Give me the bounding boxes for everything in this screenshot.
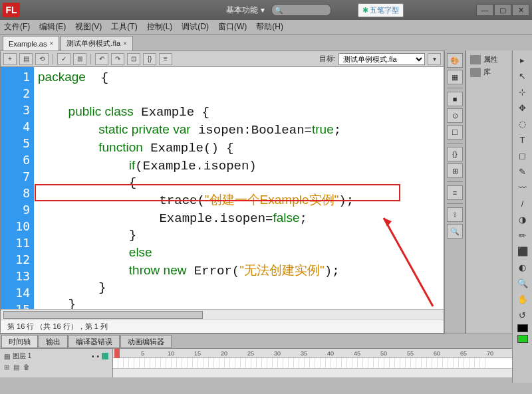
editor-area: + ▤ ⟲ ✓ ⊞ ↶ ↷ ⊡ {} ≡ 目标: 测试单例模式.fla ▾ 12… bbox=[0, 50, 444, 334]
bottom-tab[interactable]: 动画编辑器 bbox=[120, 335, 172, 348]
tool-icon[interactable]: ▤ bbox=[19, 53, 33, 65]
target-select[interactable]: 测试单例模式.fla bbox=[338, 53, 425, 65]
menu-item[interactable]: 工具(T) bbox=[111, 21, 137, 33]
bottom-tab[interactable]: 编译器错误 bbox=[68, 335, 120, 348]
panel-button[interactable]: 属性 bbox=[467, 53, 509, 66]
horizontal-scrollbar[interactable] bbox=[1, 309, 444, 320]
playhead[interactable] bbox=[114, 349, 120, 358]
panel-icon[interactable]: ⊞ bbox=[447, 163, 463, 178]
tool-button[interactable]: / bbox=[516, 197, 529, 210]
tool-icon[interactable]: {} bbox=[143, 53, 156, 65]
menu-item[interactable]: 窗口(W) bbox=[218, 21, 247, 33]
panel-icon[interactable]: ≡ bbox=[447, 185, 463, 200]
tool-icon[interactable]: ⊞ bbox=[73, 53, 86, 65]
right-panel: 属性库 bbox=[466, 50, 511, 334]
tool-icon[interactable]: + bbox=[3, 53, 17, 65]
panel-icon bbox=[470, 55, 481, 64]
tool-button[interactable]: ✏ bbox=[516, 229, 529, 242]
timeline-track[interactable] bbox=[113, 358, 532, 369]
panel-icon[interactable]: ☐ bbox=[447, 125, 463, 140]
layer-icon: ▤ bbox=[4, 353, 10, 360]
menu-item[interactable]: 帮助(H) bbox=[256, 21, 283, 33]
search-field[interactable]: 🔍 bbox=[271, 4, 331, 16]
tool-button[interactable]: ◑ bbox=[516, 213, 529, 226]
minimize-button[interactable]: — bbox=[476, 4, 493, 16]
titlebar: FL 基本功能▾ 🔍 ✱五笔字型 — ▢ ✕ bbox=[0, 0, 532, 20]
window-buttons: — ▢ ✕ bbox=[476, 4, 529, 16]
search-icon: 🔍 bbox=[275, 7, 283, 14]
tool-button[interactable]: ↖ bbox=[516, 69, 529, 82]
panel-icon[interactable]: {} bbox=[447, 147, 463, 161]
tool-icon[interactable]: ▾ bbox=[428, 53, 441, 65]
close-icon[interactable]: × bbox=[123, 40, 127, 47]
tool-icon[interactable]: ↷ bbox=[111, 53, 124, 65]
bottom-tab[interactable]: 输出 bbox=[39, 335, 68, 348]
panel-icon[interactable]: ▦ bbox=[447, 70, 463, 84]
tool-button[interactable]: ◐ bbox=[516, 260, 529, 274]
tool-icon[interactable]: ⟲ bbox=[35, 53, 49, 65]
panel-icon[interactable]: ⟟ bbox=[447, 207, 463, 222]
timeline-panel: ▤ 图层 1 •• ⊞▤🗑 15101520253035404550556065… bbox=[0, 348, 532, 377]
close-icon[interactable]: × bbox=[49, 40, 53, 47]
layer-row[interactable]: ▤ 图层 1 •• bbox=[1, 350, 111, 362]
menu-item[interactable]: 文件(F) bbox=[4, 21, 30, 33]
line-gutter: 12345678910111213141516 bbox=[1, 67, 34, 309]
bottom-tab[interactable]: 时间轴 bbox=[1, 335, 38, 348]
fill-color[interactable] bbox=[517, 335, 528, 343]
tool-icon[interactable]: ≡ bbox=[159, 53, 172, 65]
tool-button[interactable]: ↺ bbox=[516, 308, 529, 322]
ime-icon: ✱ bbox=[362, 6, 368, 15]
tool-button[interactable]: ⬛ bbox=[516, 245, 529, 258]
tool-button[interactable]: T bbox=[516, 133, 529, 146]
tool-button[interactable]: ▸ bbox=[516, 53, 529, 66]
close-button[interactable]: ✕ bbox=[512, 4, 529, 16]
menu-item[interactable]: 调试(D) bbox=[182, 21, 209, 33]
tool-button[interactable]: ✎ bbox=[516, 165, 529, 178]
app-logo: FL bbox=[3, 3, 20, 17]
panel-button[interactable]: 库 bbox=[467, 66, 509, 78]
code-text[interactable]: package { public class Example { static … bbox=[34, 67, 444, 309]
ime-badge[interactable]: ✱五笔字型 bbox=[358, 3, 404, 17]
tool-button[interactable]: 〰 bbox=[516, 181, 529, 194]
tool-button[interactable]: ⊹ bbox=[516, 85, 529, 98]
timeline-layers: ▤ 图层 1 •• ⊞▤🗑 bbox=[0, 349, 113, 377]
panel-icon bbox=[470, 68, 481, 77]
tools-panel: ▸↖⊹✥◌T◻✎〰/◑✏⬛◐🔍✋↺ bbox=[512, 50, 532, 383]
code-pane[interactable]: 12345678910111213141516 package { public… bbox=[1, 67, 444, 309]
target-label: 目标: bbox=[319, 54, 336, 64]
tool-button[interactable]: ✋ bbox=[516, 292, 529, 306]
panel-icon[interactable]: ⊙ bbox=[447, 108, 463, 123]
maximize-button[interactable]: ▢ bbox=[494, 4, 511, 16]
tool-icon[interactable]: ↶ bbox=[95, 53, 108, 65]
status-bar: 第 16 行 （共 16 行），第 1 列 bbox=[1, 320, 444, 333]
tool-button[interactable]: ✥ bbox=[516, 101, 529, 114]
menu-item[interactable]: 编辑(E) bbox=[39, 21, 66, 33]
tool-button[interactable]: 🔍 bbox=[516, 276, 529, 290]
timeline-track-area[interactable]: 1510152025303540455055606570 bbox=[113, 349, 532, 377]
tool-button[interactable]: ◻ bbox=[516, 149, 529, 162]
menu-item[interactable]: 控制(L) bbox=[147, 21, 173, 33]
workspace-dropdown[interactable]: 基本功能▾ bbox=[226, 5, 265, 16]
stroke-color[interactable] bbox=[517, 324, 528, 332]
panel-icon[interactable]: 🔍 bbox=[447, 224, 463, 239]
tool-icon[interactable]: ⊡ bbox=[127, 53, 140, 65]
mid-tool-panel: 🎨▦■⊙☐{}⊞≡⟟🔍 bbox=[444, 50, 466, 334]
document-tab[interactable]: Example.as× bbox=[3, 36, 59, 50]
timeline-ruler: 1510152025303540455055606570 bbox=[113, 349, 532, 358]
panel-icon[interactable]: ■ bbox=[447, 92, 463, 106]
document-tabbar: Example.as×测试单例模式.fla× bbox=[0, 35, 532, 50]
menu-item[interactable]: 视图(V) bbox=[75, 21, 102, 33]
document-tab[interactable]: 测试单例模式.fla× bbox=[61, 36, 133, 50]
editor-toolbar: + ▤ ⟲ ✓ ⊞ ↶ ↷ ⊡ {} ≡ 目标: 测试单例模式.fla ▾ bbox=[1, 51, 444, 67]
menubar: 文件(F)编辑(E)视图(V)工具(T)控制(L)调试(D)窗口(W)帮助(H) bbox=[0, 20, 532, 35]
bottom-tabbar: 时间轴输出编译器错误动画编辑器 bbox=[0, 334, 532, 348]
layer-tools[interactable]: ⊞▤🗑 bbox=[1, 362, 111, 372]
tool-icon[interactable]: ✓ bbox=[57, 53, 70, 65]
tool-button[interactable]: ◌ bbox=[516, 117, 529, 130]
panel-icon[interactable]: 🎨 bbox=[447, 53, 463, 68]
